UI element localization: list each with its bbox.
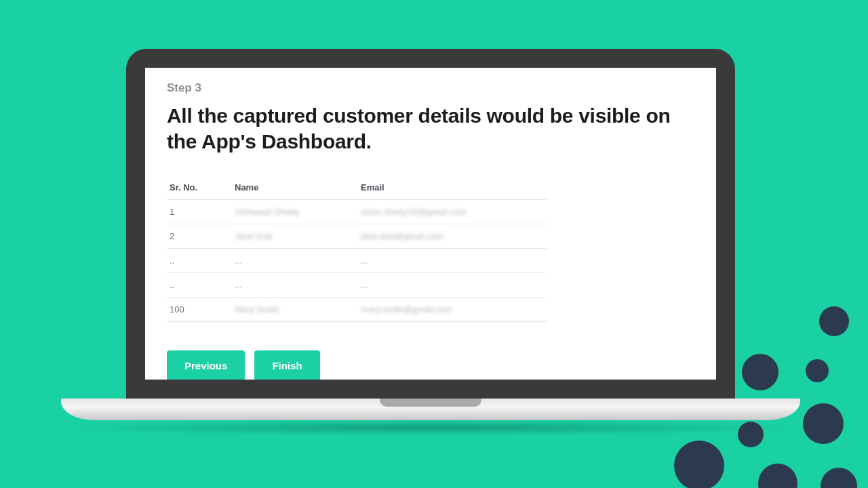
cell-email: ... [358,249,547,273]
cell-sr: .. [167,249,232,273]
laptop-base [61,399,800,420]
cell-email: ... [358,273,547,298]
cell-email: mary.smith@gmail.com [358,298,547,322]
table-row: 2 Jane Doe jane.doe@gmail.com [167,224,547,249]
table-row: .. ... ... [167,273,547,298]
cell-name: Vishwash Shetty [232,200,358,224]
cell-sr: 100 [167,298,232,322]
cell-email: jane.doe@gmail.com [358,224,547,249]
cell-name: ... [232,273,358,298]
col-email: Email [358,176,547,200]
cell-sr: .. [167,273,232,298]
cell-name: ... [232,249,358,273]
table-header-row: Sr. No. Name Email [167,176,547,200]
laptop-notch [380,399,481,407]
table-row: .. ... ... [167,249,547,273]
previous-button[interactable]: Previous [167,350,245,380]
page-heading: All the captured customer details would … [167,103,682,154]
table-row: 100 Mary Smith mary.smith@gmail.com [167,298,547,322]
table-row: 1 Vishwash Shetty vishu.shetty18@gmail.c… [167,200,547,224]
cell-sr: 2 [167,224,232,249]
cell-name: Jane Doe [232,224,358,249]
cell-email: vishu.shetty18@gmail.com [358,200,547,224]
cell-sr: 1 [167,200,232,224]
laptop-lid: Step 3 All the captured customer details… [126,49,735,399]
button-row: Previous Finish [167,350,694,380]
laptop-mockup: Step 3 All the captured customer details… [126,49,735,435]
cell-name: Mary Smith [232,298,358,322]
laptop-shadow [61,420,800,435]
step-label: Step 3 [167,81,694,95]
finish-button[interactable]: Finish [254,350,319,380]
col-name: Name [232,176,358,200]
col-sr: Sr. No. [167,176,232,200]
customers-table: Sr. No. Name Email 1 Vishwash Shetty vis… [167,176,547,322]
app-screen: Step 3 All the captured customer details… [145,68,716,380]
